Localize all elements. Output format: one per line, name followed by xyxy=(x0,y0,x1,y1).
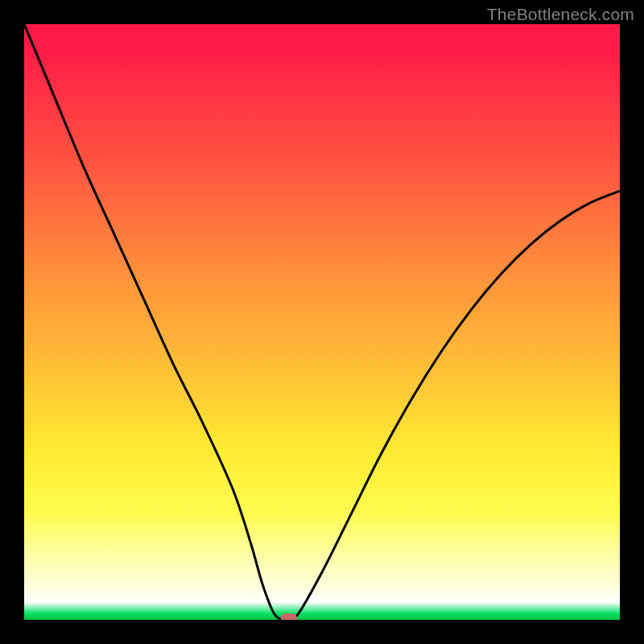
chart-stage: TheBottleneck.com xyxy=(0,0,644,644)
bottleneck-curve xyxy=(24,24,620,620)
watermark-text: TheBottleneck.com xyxy=(487,5,634,24)
plot-area xyxy=(24,24,620,620)
optimum-marker xyxy=(281,613,297,620)
